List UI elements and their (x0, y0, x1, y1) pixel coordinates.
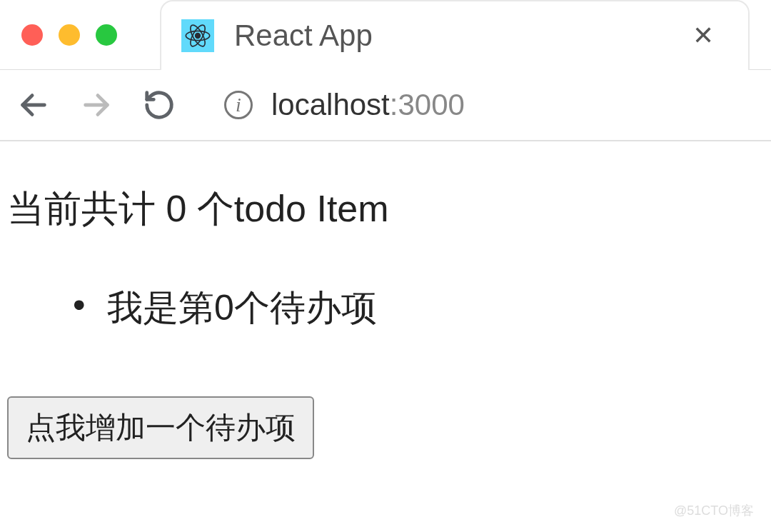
site-info-icon[interactable]: i (224, 91, 253, 119)
window-controls (21, 24, 117, 46)
tab-title: React App (234, 19, 667, 53)
url-text: localhost:3000 (271, 88, 465, 122)
todo-count-heading: 当前共计 0 个todo Item (7, 184, 764, 234)
url-port: :3000 (390, 88, 465, 121)
react-icon (181, 19, 214, 52)
url-section[interactable]: i localhost:3000 (224, 88, 465, 122)
window-maximize-button[interactable] (96, 24, 117, 46)
reload-button[interactable] (140, 86, 178, 124)
todo-item: 我是第0个待办项 (79, 284, 764, 332)
forward-button[interactable] (77, 86, 116, 124)
address-bar: i localhost:3000 (0, 70, 771, 141)
todo-list: 我是第0个待办项 (7, 284, 764, 332)
add-todo-button[interactable]: 点我增加一个待办项 (7, 396, 314, 459)
url-host: localhost (271, 88, 390, 121)
window-close-button[interactable] (21, 24, 43, 46)
tab-bar: React App ✕ (0, 0, 771, 70)
page-content: 当前共计 0 个todo Item 我是第0个待办项 点我增加一个待办项 (0, 141, 771, 473)
watermark: @51CTO博客 (674, 502, 754, 519)
browser-chrome: React App ✕ i localhost:3000 (0, 0, 771, 141)
svg-point-0 (196, 33, 201, 38)
browser-tab[interactable]: React App ✕ (160, 0, 750, 70)
back-button[interactable] (14, 86, 53, 124)
window-minimize-button[interactable] (59, 24, 80, 46)
tab-close-button[interactable]: ✕ (687, 18, 720, 54)
